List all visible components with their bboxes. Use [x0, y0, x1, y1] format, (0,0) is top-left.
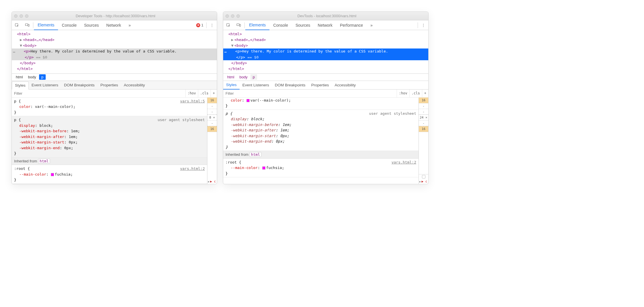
dom-node-body[interactable]: ▼<body>	[12, 43, 217, 48]
color-swatch-icon[interactable]	[262, 166, 265, 170]
css-value[interactable]: fuchsia	[55, 172, 71, 176]
minimize-dot[interactable]	[231, 14, 234, 18]
rule-selector[interactable]: :root {	[225, 160, 416, 165]
subtab-properties[interactable]: Properties	[308, 81, 332, 89]
gutter-checkbox[interactable]	[419, 174, 428, 179]
tab-elements[interactable]: Elements	[245, 20, 269, 30]
hov-toggle[interactable]: :hov	[185, 90, 198, 97]
color-swatch-icon[interactable]	[246, 99, 250, 102]
dom-tree[interactable]: <html> ▶<head>…</head> ▼<body> …<p>Hey t…	[223, 30, 428, 73]
css-prop[interactable]: color	[231, 98, 242, 102]
device-toggle-icon[interactable]	[234, 20, 244, 30]
minimize-dot[interactable]	[20, 14, 23, 18]
dom-node-p-selected[interactable]: …<p>Hey there. My color is determined by…	[223, 48, 428, 54]
dom-node-body-close[interactable]: </body>	[12, 60, 217, 66]
rule-selector[interactable]: :root {	[14, 166, 205, 172]
css-value[interactable]: var(--main-color)	[35, 104, 73, 109]
close-dot[interactable]	[14, 14, 18, 18]
style-rule-root[interactable]: vars.html:2 :root { --main-color: fuchsi…	[223, 159, 419, 178]
tab-more[interactable]: »	[367, 20, 377, 30]
dom-node-head[interactable]: ▶<head>…</head>	[223, 37, 428, 43]
dom-node-body-close[interactable]: </body>	[223, 60, 428, 66]
rule-source-link[interactable]: vars.html:2	[392, 160, 416, 165]
dom-node-html[interactable]: <html>	[12, 31, 217, 37]
css-value: 0px	[280, 134, 287, 138]
css-prop[interactable]: --main-color	[231, 166, 258, 170]
subtab-dom-breakpoints[interactable]: DOM Breakpoints	[61, 81, 98, 89]
crumb-html[interactable]: html	[225, 74, 237, 80]
kebab-menu-icon[interactable]: ⋮	[207, 23, 217, 28]
zoom-dot[interactable]	[25, 14, 28, 18]
window-traffic-lights[interactable]	[14, 14, 28, 18]
subtab-properties[interactable]: Properties	[97, 81, 121, 89]
tab-network[interactable]: Network	[314, 20, 336, 30]
crumb-p[interactable]: p	[39, 74, 46, 80]
subtab-event-listeners[interactable]: Event Listeners	[29, 81, 61, 89]
dom-node-html-close[interactable]: </html>	[223, 66, 428, 72]
dom-node-head[interactable]: ▶<head>…</head>	[12, 37, 217, 43]
inspect-icon[interactable]	[223, 20, 234, 30]
cls-toggle[interactable]: .cls	[409, 90, 422, 97]
dom-node-p-close[interactable]: </p> == $0	[223, 55, 428, 60]
dom-node-html-close[interactable]: </html>	[12, 66, 217, 72]
tab-network[interactable]: Network	[103, 20, 125, 30]
inherited-tag[interactable]: html	[38, 159, 50, 164]
crumb-p[interactable]: p	[250, 74, 257, 80]
css-prop[interactable]: --main-color	[19, 172, 46, 176]
css-prop: -webkit-margin-end	[19, 146, 60, 150]
style-rule-root[interactable]: vars.html:2 :root { --main-color: fuchsi…	[12, 165, 207, 184]
add-rule-button[interactable]: +	[422, 90, 428, 97]
styles-filter-input[interactable]	[12, 91, 185, 96]
dom-node-body[interactable]: ▼<body>	[223, 43, 428, 48]
inherited-tag[interactable]: html	[250, 152, 261, 157]
subtab-accessibility[interactable]: Accessibility	[121, 81, 148, 89]
dom-node-html[interactable]: <html>	[223, 31, 428, 37]
dom-tree[interactable]: <html> ▶<head>…</head> ▼<body> …<p>Hey t…	[12, 30, 217, 73]
close-dot[interactable]	[225, 14, 229, 18]
styles-filter-input[interactable]	[223, 91, 397, 96]
rule-source-link[interactable]: vars.html:5	[180, 98, 205, 104]
rule-source-link[interactable]: vars.html:2	[180, 166, 205, 172]
tab-sources[interactable]: Sources	[80, 20, 103, 30]
zoom-dot[interactable]	[236, 14, 240, 18]
add-rule-button[interactable]: +	[211, 90, 217, 97]
style-rule-ua[interactable]: user agent stylesheet p { display: block…	[223, 110, 419, 151]
style-rule-ua[interactable]: user agent stylesheet p { display: block…	[12, 116, 207, 158]
css-prop[interactable]: color	[19, 104, 30, 109]
error-indicator[interactable]: ✕ 1	[196, 23, 206, 27]
style-rule[interactable]: vars.html:5 p { color: var(--main-color)…	[12, 98, 207, 116]
tab-console[interactable]: Console	[58, 20, 80, 30]
tab-performance[interactable]: Performance	[336, 20, 367, 30]
kebab-menu-icon[interactable]: ⋮	[419, 23, 428, 28]
hov-toggle[interactable]: :hov	[397, 90, 409, 97]
css-value[interactable]: var(--main-color)	[250, 98, 289, 102]
crumb-body[interactable]: body	[26, 74, 38, 80]
css-prop: -webkit-margin-after	[231, 128, 276, 132]
window-traffic-lights[interactable]	[225, 14, 240, 18]
styles-body: vars.html:5 p { color: var(--main-color)…	[12, 98, 217, 184]
subtab-dom-breakpoints[interactable]: DOM Breakpoints	[272, 81, 308, 89]
dom-node-p-selected[interactable]: …<p>Hey there. My color is determined by…	[12, 48, 217, 54]
style-rule[interactable]: color: var(--main-color); }	[223, 98, 419, 110]
tab-more[interactable]: »	[125, 20, 134, 30]
tab-console[interactable]: Console	[269, 20, 292, 30]
css-value: 0px	[276, 139, 282, 143]
gutter-footer[interactable]: ▶▶ c	[207, 179, 217, 184]
tab-elements[interactable]: Elements	[34, 20, 58, 30]
inspect-icon[interactable]	[12, 20, 22, 30]
rule-selector[interactable]: p {	[14, 98, 205, 104]
dom-node-p-close[interactable]: </p> == $0	[12, 55, 217, 60]
device-toggle-icon[interactable]	[22, 20, 32, 30]
subtab-event-listeners[interactable]: Event Listeners	[240, 81, 272, 89]
gutter-cell: -	[419, 109, 428, 115]
subtab-styles[interactable]: Styles	[12, 81, 29, 90]
crumb-html[interactable]: html	[14, 74, 25, 80]
gutter-footer[interactable]: ▶▶ c	[419, 179, 428, 184]
color-swatch-icon[interactable]	[51, 173, 54, 176]
crumb-body[interactable]: body	[237, 74, 250, 80]
tab-sources[interactable]: Sources	[292, 20, 314, 30]
css-value[interactable]: fuchsia	[266, 166, 282, 170]
cls-toggle[interactable]: .cls	[198, 90, 211, 97]
subtab-styles[interactable]: Styles	[223, 81, 240, 90]
subtab-accessibility[interactable]: Accessibility	[332, 81, 359, 89]
